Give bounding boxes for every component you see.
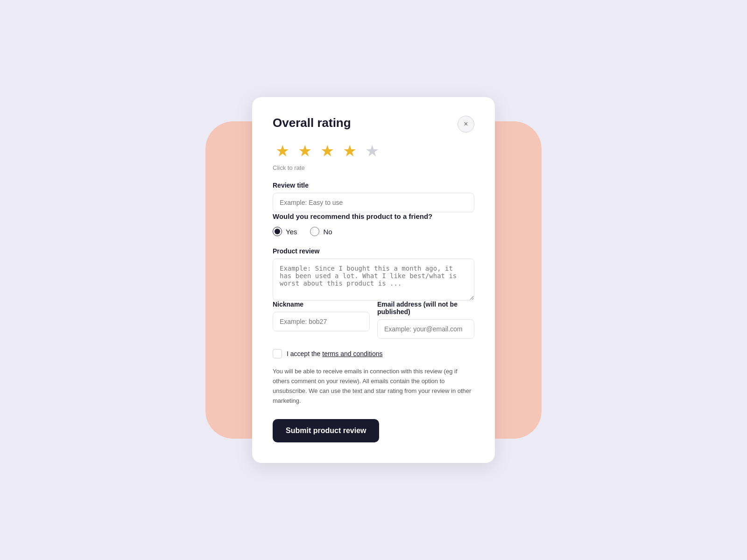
click-to-rate-label: Click to rate bbox=[273, 164, 474, 171]
modal-header: Overall rating × bbox=[273, 116, 474, 133]
submit-button[interactable]: Submit product review bbox=[273, 419, 379, 442]
review-title-field: Review title bbox=[273, 182, 474, 212]
recommend-radio-group: Yes No bbox=[273, 227, 474, 236]
product-review-field: Product review bbox=[273, 247, 474, 301]
radio-no-label[interactable]: No bbox=[310, 227, 332, 236]
radio-no-input[interactable] bbox=[310, 227, 319, 236]
star-2[interactable]: ★ bbox=[295, 141, 315, 161]
review-modal: Overall rating × ★ ★ ★ ★ ★ Click to rate… bbox=[252, 97, 495, 462]
disclaimer-text: You will be able to receive emails in co… bbox=[273, 367, 474, 406]
product-review-label: Product review bbox=[273, 247, 474, 255]
email-input[interactable] bbox=[377, 319, 474, 339]
terms-checkbox-row: I accept the terms and conditions bbox=[273, 349, 474, 358]
star-1[interactable]: ★ bbox=[273, 141, 292, 161]
recommend-question: Would you recommend this product to a fr… bbox=[273, 212, 474, 220]
nickname-field: Nickname bbox=[273, 301, 370, 339]
star-4[interactable]: ★ bbox=[340, 141, 359, 161]
review-title-input[interactable] bbox=[273, 193, 474, 212]
star-3[interactable]: ★ bbox=[317, 141, 337, 161]
star-5[interactable]: ★ bbox=[362, 141, 382, 161]
close-button[interactable]: × bbox=[458, 116, 474, 133]
terms-prefix-text: I accept the bbox=[287, 350, 322, 357]
modal-title: Overall rating bbox=[273, 116, 351, 130]
page-wrapper: Overall rating × ★ ★ ★ ★ ★ Click to rate… bbox=[210, 97, 537, 462]
radio-yes-text: Yes bbox=[286, 228, 297, 236]
terms-link[interactable]: terms and conditions bbox=[322, 350, 382, 357]
radio-yes-input[interactable] bbox=[273, 227, 282, 236]
terms-label[interactable]: I accept the terms and conditions bbox=[287, 350, 382, 357]
nickname-label: Nickname bbox=[273, 301, 370, 308]
review-title-label: Review title bbox=[273, 182, 474, 189]
product-review-textarea[interactable] bbox=[273, 259, 474, 301]
radio-yes-label[interactable]: Yes bbox=[273, 227, 297, 236]
email-field-group: Email address (will not be published) bbox=[377, 301, 474, 339]
nickname-input[interactable] bbox=[273, 312, 370, 331]
terms-checkbox[interactable] bbox=[273, 349, 282, 358]
nickname-email-row: Nickname Email address (will not be publ… bbox=[273, 301, 474, 339]
radio-no-text: No bbox=[323, 228, 332, 236]
star-rating-row[interactable]: ★ ★ ★ ★ ★ bbox=[273, 141, 474, 161]
email-label: Email address (will not be published) bbox=[377, 301, 474, 315]
